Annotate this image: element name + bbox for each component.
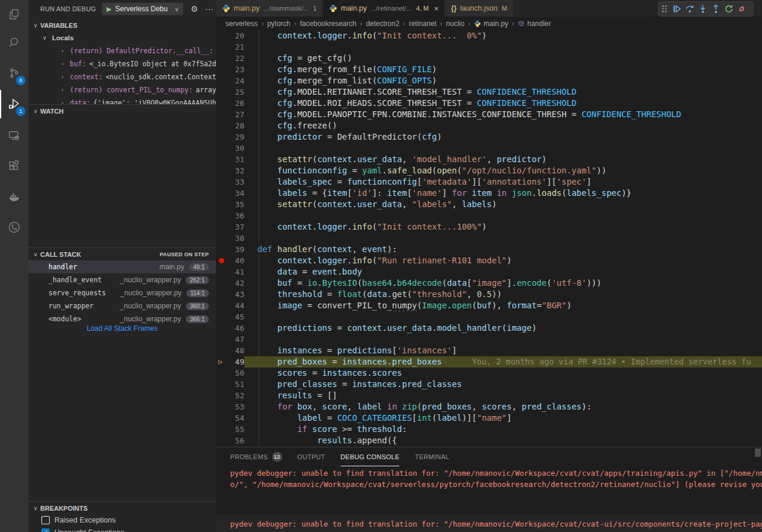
extensions-icon[interactable] bbox=[0, 152, 28, 180]
stack-frame-row[interactable]: run_wrapper_nuclio_wrapper.py360:1 bbox=[28, 299, 216, 312]
gear-icon[interactable]: ⚙ bbox=[190, 4, 198, 14]
start-debug-icon[interactable]: ▶ bbox=[106, 5, 111, 13]
search-icon[interactable] bbox=[0, 28, 28, 57]
more-actions-icon[interactable]: ··· bbox=[205, 4, 214, 14]
breadcrumb-item-retinanet[interactable]: retinanet bbox=[409, 20, 437, 28]
code-line-45[interactable]: 45 bbox=[216, 311, 762, 323]
gutter-glyph-margin[interactable] bbox=[216, 143, 229, 154]
code-line-41[interactable]: 41 data = event.body bbox=[216, 266, 762, 278]
code-line-33[interactable]: 33 labels_spec = functionconfig['metadat… bbox=[216, 176, 762, 188]
gutter-glyph-margin[interactable] bbox=[216, 154, 229, 165]
code-line-42[interactable]: 42 buf = io.BytesIO(base64.b64decode(dat… bbox=[216, 278, 762, 289]
code-line-21[interactable]: 21 bbox=[216, 41, 762, 53]
code-line-23[interactable]: 23 cfg.merge_from_file(CONFIG_FILE) bbox=[216, 64, 762, 75]
step-into-button[interactable] bbox=[696, 2, 709, 15]
breakpoint-icon[interactable] bbox=[219, 258, 224, 263]
gutter-glyph-margin[interactable] bbox=[216, 311, 229, 323]
gutter-glyph-margin[interactable] bbox=[216, 379, 229, 390]
code-line-22[interactable]: 22 cfg = get_cfg() bbox=[216, 53, 762, 64]
gutter-glyph-margin[interactable] bbox=[216, 334, 229, 345]
gutter-glyph-margin[interactable] bbox=[216, 120, 229, 131]
gutter-glyph-margin[interactable] bbox=[216, 401, 229, 412]
code-line-20[interactable]: 20 context.logger.info("Init context... … bbox=[216, 30, 762, 41]
restart-button[interactable] bbox=[722, 2, 735, 15]
gutter-glyph-margin[interactable] bbox=[216, 435, 229, 446]
breadcrumb-item-detectron2[interactable]: detectron2 bbox=[366, 20, 399, 28]
code-line-39[interactable]: 39def handler(context, event): bbox=[216, 244, 762, 255]
gutter-glyph-margin[interactable] bbox=[216, 188, 229, 199]
code-line-52[interactable]: 52 results = [] bbox=[216, 390, 762, 401]
gutter-glyph-margin[interactable] bbox=[216, 41, 229, 53]
step-over-button[interactable] bbox=[683, 2, 696, 15]
stack-frame-row[interactable]: handlermain.py49:1 bbox=[28, 260, 216, 273]
call-stack-section-header[interactable]: ∨ CALL STACK PAUSED ON STEP bbox=[28, 247, 216, 260]
code-line-50[interactable]: 50 scores = instances.scores bbox=[216, 367, 762, 379]
code-line-55[interactable]: 55 if score >= threshold: bbox=[216, 424, 762, 435]
code-line-48[interactable]: 48 instances = predictions['instances'] bbox=[216, 345, 762, 356]
code-line-43[interactable]: 43 threshold = float(data.get("threshold… bbox=[216, 289, 762, 300]
gutter-glyph-margin[interactable] bbox=[216, 53, 229, 64]
stack-frame-row[interactable]: <module>_nuclio_wrapper.py366:1 bbox=[28, 312, 216, 325]
gutter-glyph-margin[interactable] bbox=[216, 199, 229, 210]
breadcrumb-item-serverless[interactable]: serverless bbox=[225, 20, 258, 28]
code-line-47[interactable]: 47 bbox=[216, 334, 762, 345]
code-line-30[interactable]: 30 bbox=[216, 143, 762, 154]
code-line-35[interactable]: 35 setattr(context.user_data, "labels", … bbox=[216, 199, 762, 210]
checkbox-checked-icon[interactable]: ✓ bbox=[41, 528, 50, 532]
git-graph-icon[interactable] bbox=[0, 213, 28, 241]
code-line-38[interactable]: 38 bbox=[216, 233, 762, 244]
launch-config-dropdown[interactable]: ▶ Serverless Debu ∨ bbox=[102, 2, 183, 15]
code-line-36[interactable]: 36 bbox=[216, 210, 762, 221]
variable-row[interactable]: ›context:<nuclio_sdk.context.Context obj… bbox=[28, 70, 216, 83]
source-control-icon[interactable]: 8 bbox=[0, 59, 28, 88]
gutter-glyph-margin[interactable] bbox=[216, 221, 229, 233]
code-line-31[interactable]: 31 setattr(context.user_data, 'model_han… bbox=[216, 154, 762, 165]
gutter-glyph-margin[interactable] bbox=[216, 300, 229, 311]
gutter-glyph-margin[interactable] bbox=[216, 367, 229, 379]
load-all-stack-frames-link[interactable]: Load All Stack Frames bbox=[28, 324, 216, 333]
gutter-glyph-margin[interactable] bbox=[216, 390, 229, 401]
gutter-glyph-margin[interactable]: ▷ bbox=[216, 356, 229, 367]
step-out-button[interactable] bbox=[709, 2, 722, 15]
gutter-glyph-margin[interactable] bbox=[216, 244, 229, 255]
breakpoint-row[interactable]: Raised Exceptions bbox=[28, 514, 216, 526]
continue-button[interactable] bbox=[670, 2, 683, 15]
tab-output[interactable]: OUTPUT bbox=[298, 447, 325, 466]
tab-launch-json[interactable]: {} launch.json M bbox=[445, 0, 514, 17]
docker-icon[interactable] bbox=[0, 183, 28, 211]
code-line-25[interactable]: 25 cfg.MODEL.RETINANET.SCORE_THRESH_TEST… bbox=[216, 86, 762, 98]
gutter-glyph-margin[interactable] bbox=[216, 109, 229, 120]
gutter-glyph-margin[interactable] bbox=[216, 266, 229, 278]
gutter-glyph-margin[interactable] bbox=[216, 323, 229, 334]
gutter-glyph-margin[interactable] bbox=[216, 278, 229, 289]
gutter-glyph-margin[interactable] bbox=[216, 210, 229, 221]
gutter-glyph-margin[interactable] bbox=[216, 64, 229, 75]
variable-row[interactable]: ›buf:<_io.BytesIO object at 0x7f5a2dc1ec… bbox=[28, 57, 216, 70]
gutter-glyph-margin[interactable] bbox=[216, 233, 229, 244]
gutter-glyph-margin[interactable] bbox=[216, 131, 229, 143]
checkbox-unchecked-icon[interactable] bbox=[41, 516, 50, 524]
tab-main-py-retinanet[interactable]: main.py .../retinanet/... 4, M × bbox=[323, 0, 445, 17]
tab-problems[interactable]: PROBLEMS 12 bbox=[230, 447, 282, 466]
drag-handle-icon[interactable] bbox=[662, 5, 667, 12]
code-line-51[interactable]: 51 pred_classes = instances.pred_classes bbox=[216, 379, 762, 390]
stack-frame-row[interactable]: _handle_event_nuclio_wrapper.py262:1 bbox=[28, 273, 216, 286]
code-line-28[interactable]: 28 cfg.freeze() bbox=[216, 120, 762, 131]
gutter-glyph-margin[interactable] bbox=[216, 86, 229, 98]
tab-debug-console[interactable]: DEBUG CONSOLE bbox=[341, 447, 400, 466]
tab-main-py-siammask[interactable]: main.py .../siammask/... 1 bbox=[216, 0, 323, 17]
close-icon[interactable]: × bbox=[434, 4, 439, 13]
gutter-glyph-margin[interactable] bbox=[216, 412, 229, 424]
breadcrumb-item-nuclio[interactable]: nuclio bbox=[446, 20, 464, 28]
remote-explorer-icon[interactable] bbox=[0, 121, 28, 150]
tab-terminal[interactable]: TERMINAL bbox=[415, 447, 449, 466]
breadcrumb-item-pytorch[interactable]: pytorch bbox=[267, 20, 290, 28]
breakpoint-row[interactable]: ✓Uncaught Exceptions bbox=[28, 526, 216, 532]
gutter-glyph-margin[interactable] bbox=[216, 176, 229, 188]
gutter-glyph-margin[interactable] bbox=[216, 30, 229, 41]
breadcrumb-item-handler[interactable]: handler bbox=[518, 20, 551, 28]
code-line-27[interactable]: 27 cfg.MODEL.PANOPTIC_FPN.COMBINE.INSTAN… bbox=[216, 109, 762, 120]
code-line-26[interactable]: 26 cfg.MODEL.ROI_HEADS.SCORE_THRESH_TEST… bbox=[216, 98, 762, 109]
explorer-icon[interactable] bbox=[0, 1, 28, 29]
gutter-glyph-margin[interactable] bbox=[216, 165, 229, 176]
